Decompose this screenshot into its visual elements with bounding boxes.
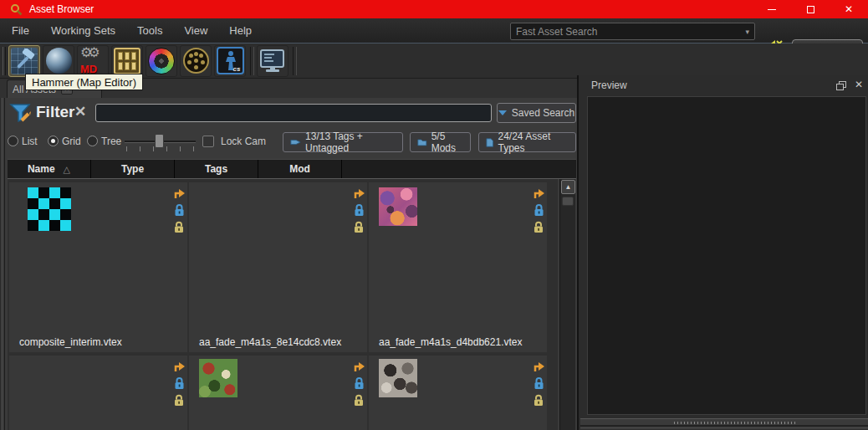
column-header-type[interactable]: Type [91, 160, 175, 178]
asset-name: aa_fade_m4a1s_8e14cdc8.vtex [199, 336, 341, 348]
scroll-up-icon: ▲ [565, 183, 572, 191]
column-header-row: Name △ Type Tags Mod [8, 159, 576, 179]
title-bar: Asset Browser ✕ [0, 0, 868, 18]
asset-cell-row2-3[interactable] [369, 356, 547, 430]
modeldoc-button[interactable]: ⚙⚙ MD [77, 45, 109, 77]
grid-vertical-scrollbar[interactable]: ▲ [559, 179, 575, 430]
preview-splitter[interactable] [580, 418, 868, 426]
radio-tree-label: Tree [101, 136, 121, 147]
particle-editor-button[interactable] [146, 45, 177, 77]
jump-arrow-icon [532, 187, 545, 199]
lock-blue-icon [174, 203, 185, 217]
fast-asset-search-combo[interactable]: Fast Asset Search ▾ [510, 23, 755, 40]
menu-help[interactable]: Help [218, 18, 263, 43]
aperture-icon [148, 48, 175, 74]
cs-label: cs [233, 65, 241, 73]
asset-thumbnail-pink-texture[interactable] [379, 187, 417, 226]
window-title: Asset Browser [29, 3, 94, 15]
filter-search-input[interactable] [95, 104, 492, 122]
asset-status-icons [352, 187, 365, 233]
preview-panel-title: Preview [591, 79, 627, 91]
maximize-button[interactable] [791, 0, 830, 18]
magnifier-app-icon [10, 3, 23, 16]
jump-arrow-icon [352, 187, 365, 199]
lock-yellow-icon [174, 394, 184, 407]
lock-blue-icon [354, 376, 365, 390]
asset-cell-aa-fade-d4bdb621[interactable]: aa_fade_m4a1s_d4bdb621.vtex [369, 182, 547, 352]
filter-funnel-icon [9, 101, 32, 124]
scrollbar-thumb[interactable] [562, 197, 574, 206]
menu-view[interactable]: View [173, 18, 218, 43]
menu-tools[interactable]: Tools [126, 18, 173, 43]
asset-thumbnail-checkerboard[interactable] [28, 187, 71, 231]
mods-filter-button[interactable]: 5/5 Mods [410, 132, 471, 152]
asset-cell-composite-interim[interactable]: composite_interim.vtex [9, 182, 187, 352]
filter-clear-icon[interactable]: ✕ [74, 103, 86, 120]
lock-yellow-icon [534, 394, 544, 407]
hammer-map-editor-button[interactable] [8, 45, 40, 77]
cs-workshop-tools-button[interactable]: cs [214, 45, 246, 77]
asset-status-icons [352, 360, 365, 407]
lock-cam-label: Lock Cam [221, 136, 266, 147]
preview-close-icon[interactable]: ✕ [855, 79, 863, 90]
lock-yellow-icon [354, 221, 364, 233]
menu-working-sets[interactable]: Working Sets [40, 18, 126, 43]
column-header-mod[interactable]: Mod [258, 160, 342, 178]
asset-browser-tiles-button[interactable] [111, 45, 143, 77]
fast-asset-search-placeholder: Fast Asset Search [516, 26, 745, 38]
minimize-button[interactable] [753, 0, 791, 18]
tiles-icon [114, 48, 140, 74]
menu-file[interactable]: File [0, 18, 40, 43]
asset-cell-row2-1[interactable] [9, 356, 187, 430]
asset-cell-row2-2[interactable] [189, 356, 367, 430]
sphere-icon [46, 48, 72, 74]
column-header-name[interactable]: Name △ [8, 160, 91, 178]
tags-filter-button[interactable]: 13/13 Tags + Untagged [283, 132, 403, 152]
pane-left-grip[interactable] [2, 98, 5, 430]
preview-pane: Preview ✕ [577, 75, 868, 430]
lock-cam-checkbox[interactable] [202, 136, 214, 147]
asset-status-icons [172, 360, 186, 407]
material-editor-button[interactable] [43, 45, 74, 77]
asset-types-filter-button[interactable]: 24/24 Asset Types [478, 132, 576, 152]
asset-thumbnail-green-camo[interactable] [199, 359, 237, 397]
close-button[interactable]: ✕ [830, 0, 868, 18]
asset-cell-aa-fade-8e14cdc8[interactable]: aa_fade_m4a1s_8e14cdc8.vtex [189, 182, 367, 352]
scroll-up-button[interactable]: ▲ [561, 180, 575, 194]
lock-blue-icon [174, 376, 185, 390]
film-reel-icon [183, 48, 209, 74]
toolbar-separator [293, 47, 297, 75]
float-panel-icon[interactable] [836, 81, 846, 90]
radio-grid-label: Grid [62, 136, 81, 147]
toolbar-separator [250, 47, 254, 75]
asset-status-icons [532, 187, 545, 233]
modeldoc-gears-icon: ⚙⚙ MD [79, 47, 107, 75]
view-options-row: List Grid Tree Lock Cam 13/13 Tags + Unt… [1, 130, 578, 153]
menu-bar: File Working Sets Tools View Help Fast A… [0, 18, 868, 44]
asset-thumbnail-gray-camo[interactable] [379, 359, 417, 397]
toolbar-grip[interactable] [3, 47, 6, 75]
lock-yellow-icon [354, 394, 364, 407]
asset-name: aa_fade_m4a1s_d4bdb621.vtex [379, 336, 522, 348]
radio-list[interactable] [8, 136, 18, 146]
file-icon [486, 137, 494, 148]
saved-search-button[interactable]: Saved Search [497, 103, 576, 123]
radio-tree[interactable] [87, 136, 98, 146]
column-header-tags[interactable]: Tags [175, 160, 258, 178]
chevron-down-icon: ▾ [745, 28, 749, 36]
film-reel-tool-button[interactable] [180, 45, 212, 77]
console-monitor-button[interactable] [257, 45, 288, 77]
saved-search-label: Saved Search [512, 107, 574, 119]
asset-status-icons [172, 187, 186, 233]
asset-status-icons [532, 360, 545, 407]
thumbnail-size-slider-handle[interactable] [155, 134, 164, 148]
tag-icon [290, 137, 301, 147]
jump-arrow-icon [172, 360, 186, 372]
asset-types-filter-label: 24/24 Asset Types [498, 131, 569, 154]
lock-blue-icon [534, 203, 544, 217]
mods-filter-label: 5/5 Mods [431, 131, 463, 154]
lock-blue-icon [534, 376, 544, 390]
hammer-tooltip: Hammer (Map Editor) [25, 74, 143, 90]
radio-grid[interactable] [48, 136, 59, 146]
chevron-down-icon [498, 110, 507, 115]
